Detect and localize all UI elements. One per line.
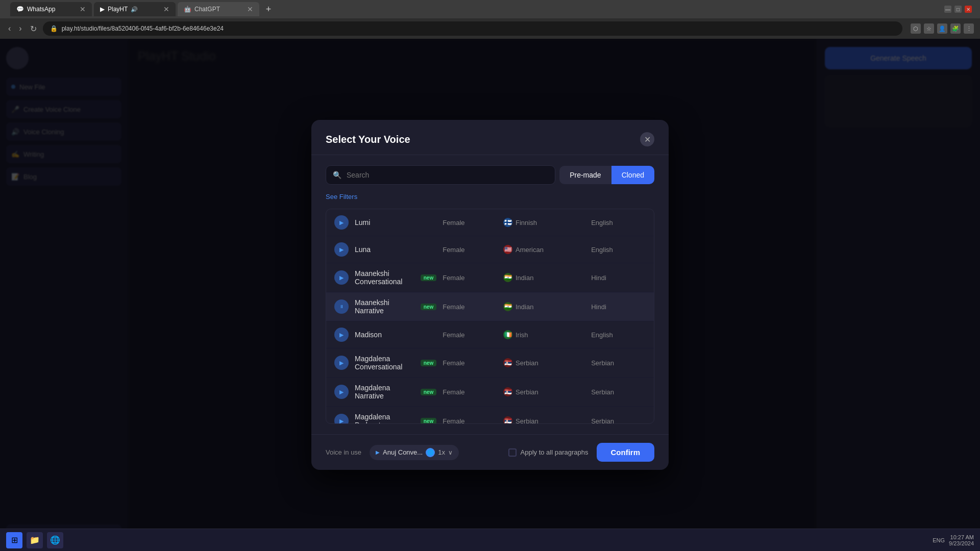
taskbar-right: ENG 10:27 AM 9/23/2024 [933,534,974,546]
play-button[interactable]: ▶ [334,328,349,342]
taskbar-time-display: 10:27 AM [949,534,974,540]
new-badge: new [421,274,436,281]
taskbar-date-display: 9/23/2024 [949,540,974,546]
chip-voice-name: Anuj Conve... [383,448,423,456]
search-input[interactable] [326,165,555,185]
maximize-button[interactable]: □ [954,6,962,13]
minimize-button[interactable]: — [944,6,951,13]
play-button[interactable]: ▶ [334,414,349,423]
voice-row[interactable]: ▶ Magdalena Podcast new Female 🇷🇸 Serbia… [326,407,654,423]
address-bar[interactable]: 🔒 play.ht/studio/files/8a520406-0f45-4af… [43,21,902,36]
voice-gender: Female [443,417,497,424]
play-button[interactable]: ▶ [334,270,349,285]
modal-close-button[interactable]: ✕ [640,132,654,146]
filter-btn-group: Pre-made Cloned [559,166,654,184]
flag-icon: 🇺🇸 [503,245,512,254]
tab-icon-playht: ▶ [100,6,105,13]
play-button[interactable]: ▶ [334,215,349,230]
apply-all-checkbox[interactable] [508,448,517,457]
voice-language: English [591,246,646,254]
modal-overlay[interactable]: Select Your Voice ✕ 🔍 Pre-made Cloned [0,39,980,551]
flag-icon: 🇷🇸 [503,387,512,396]
search-input-wrap: 🔍 [326,165,555,185]
start-button[interactable]: ⊞ [6,532,22,548]
taskbar-clock: 10:27 AM 9/23/2024 [949,534,974,546]
confirm-button[interactable]: Confirm [597,443,655,462]
tab-chatgpt[interactable]: 🤖 ChatGPT ✕ [178,2,259,16]
voice-name: Magdalena Narrative new [355,384,436,400]
app-area: New File 🎤 Create Voice Clone 🔊 Voice Cl… [0,39,980,551]
current-voice-chip[interactable]: ▶ Anuj Conve... 🌐 1x ∨ [370,445,459,460]
voice-language: English [591,331,646,339]
voice-language: Serbian [591,388,646,396]
voice-accent: 🇮🇳 Indian [503,302,585,311]
forward-button[interactable]: › [17,22,23,35]
see-filters-link[interactable]: See Filters [326,193,654,201]
voice-row[interactable]: ▶ Magdalena Conversational new Female 🇷🇸… [326,348,654,378]
voice-row[interactable]: ▶ Lumi Female 🇫🇮 Finnish English [326,209,654,236]
tab-close-whatsapp[interactable]: ✕ [80,5,86,13]
play-button[interactable]: ▶ [334,242,349,257]
tab-icon-whatsapp: 💬 [16,6,24,13]
apply-all-label: Apply to all paragraphs [521,448,589,456]
voice-name: Maanekshi Conversational new [355,269,436,286]
voice-accent: 🇮🇪 Irish [503,330,585,339]
refresh-button[interactable]: ↻ [28,22,39,36]
voice-row[interactable]: ▶ Magdalena Narrative new Female 🇷🇸 Serb… [326,378,654,407]
voice-name: Magdalena Conversational new [355,355,436,371]
voice-row[interactable]: ▶ Luna Female 🇺🇸 American English [326,236,654,263]
voice-name: Maanekshi Narrative new [355,298,436,315]
voice-select-modal: Select Your Voice ✕ 🔍 Pre-made Cloned [311,120,669,470]
voice-language: English [591,219,646,227]
taskbar-chrome[interactable]: 🌐 [47,532,63,548]
tab-label-chatgpt: ChatGPT [194,6,220,13]
voice-row[interactable]: ⏸ Maanekshi Narrative new Female 🇮🇳 Indi… [326,292,654,321]
voice-in-use-label: Voice in use [326,448,361,456]
tab-icon-chatgpt: 🤖 [184,6,191,13]
new-tab-button[interactable]: + [261,2,276,16]
chip-globe-icon: 🌐 [426,448,435,457]
voice-row[interactable]: ▶ Madison Female 🇮🇪 Irish English [326,321,654,348]
tab-whatsapp[interactable]: 💬 WhatsApp ✕ [10,2,92,16]
star-icon[interactable]: ☆ [924,23,934,34]
extensions-icon[interactable]: ⬡ [911,23,921,34]
tab-close-playht[interactable]: ✕ [163,5,169,13]
tab-close-chatgpt[interactable]: ✕ [247,5,253,13]
extensions-btn[interactable]: 🧩 [950,23,961,34]
cloned-filter-button[interactable]: Cloned [611,166,654,184]
tab-label-whatsapp: WhatsApp [27,6,55,13]
modal-header: Select Your Voice ✕ [311,120,669,155]
menu-icon[interactable]: ⋮ [964,23,974,34]
voice-language: Hindi [591,303,646,311]
pause-button[interactable]: ⏸ [334,299,349,314]
tab-bar: 💬 WhatsApp ✕ ▶ PlayHT 🔊 ✕ 🤖 ChatGPT ✕ + … [0,0,980,18]
url-text: play.ht/studio/files/8a520406-0f45-4af6-… [62,25,224,32]
new-badge: new [421,360,436,366]
voice-gender: Female [443,219,497,227]
voice-language: Serbian [591,417,646,424]
premade-filter-button[interactable]: Pre-made [559,166,611,184]
play-button[interactable]: ▶ [334,356,349,370]
voice-accent: 🇷🇸 Serbian [503,358,585,367]
address-bar-row: ‹ › ↻ 🔒 play.ht/studio/files/8a520406-0f… [0,18,980,39]
back-button[interactable]: ‹ [6,22,13,35]
voice-name: Magdalena Podcast new [355,413,436,423]
search-filter-row: 🔍 Pre-made Cloned [326,165,654,185]
taskbar-file-explorer[interactable]: 📁 [27,532,43,548]
new-badge: new [421,418,436,424]
chip-chevron-icon: ∨ [448,449,453,456]
modal-title: Select Your Voice [326,134,410,145]
play-button[interactable]: ▶ [334,385,349,399]
voice-gender: Female [443,359,497,367]
new-badge: new [421,389,436,395]
tab-playht[interactable]: ▶ PlayHT 🔊 ✕ [94,2,176,16]
voice-accent: 🇷🇸 Serbian [503,416,585,423]
modal-footer: Voice in use ▶ Anuj Conve... 🌐 1x ∨ Appl… [311,434,669,470]
tab-audio-icon: 🔊 [131,6,138,13]
profile-icon[interactable]: 👤 [937,23,947,34]
apply-all-wrap: Apply to all paragraphs [508,448,589,457]
voice-list[interactable]: ▶ Lumi Female 🇫🇮 Finnish English ▶ Luna … [326,209,654,423]
voice-accent: 🇮🇳 Indian [503,273,585,282]
voice-row[interactable]: ▶ Maanekshi Conversational new Female 🇮🇳… [326,263,654,292]
close-button[interactable]: ✕ [965,6,972,13]
